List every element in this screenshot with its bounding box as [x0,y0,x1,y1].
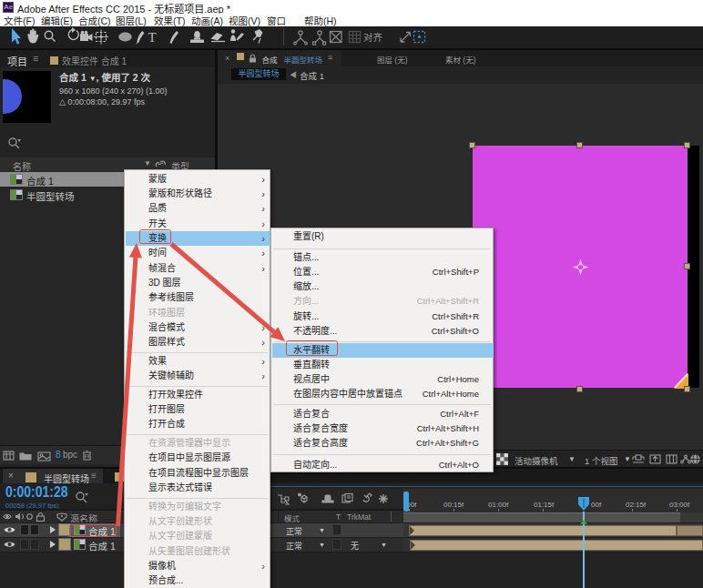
svg-text:对齐: 对齐 [363,32,382,43]
svg-text:T: T [148,30,157,45]
